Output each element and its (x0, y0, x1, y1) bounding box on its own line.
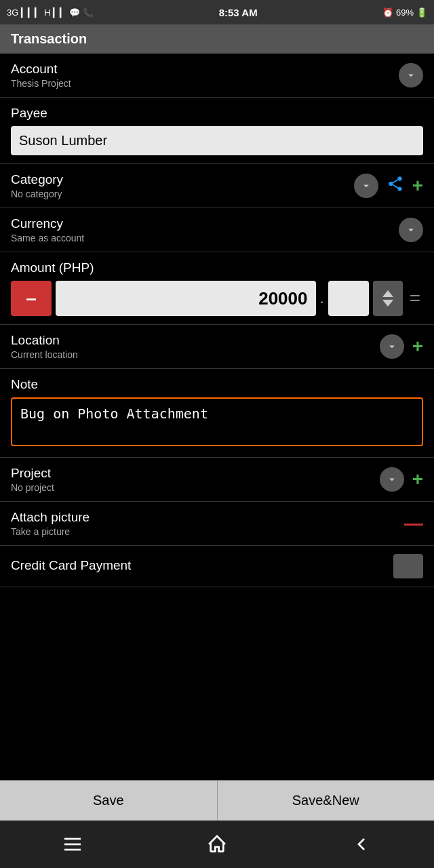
project-value: No project (11, 482, 380, 493)
status-right: ⏰ 69% 🔋 (382, 7, 427, 18)
decimal-dot: . (320, 290, 324, 307)
signal-3g: 3G (7, 7, 18, 18)
project-add-btn[interactable]: + (412, 470, 423, 489)
category-value: No category (11, 189, 354, 199)
account-dropdown-btn[interactable] (399, 63, 423, 87)
phone-icon: 📞 (83, 7, 94, 18)
payee-row: Payee (0, 98, 434, 164)
attach-picture-label: Attach picture (11, 510, 404, 525)
project-text: Project No project (11, 466, 380, 493)
decimal-input[interactable] (328, 281, 369, 316)
category-add-btn[interactable]: + (412, 176, 423, 195)
amount-spinner[interactable] (373, 281, 403, 316)
payee-label: Payee (11, 106, 423, 121)
location-label: Location (11, 333, 380, 348)
battery-level: 69% (396, 7, 414, 18)
save-button[interactable]: Save (0, 781, 218, 821)
spinner-down-icon (382, 300, 393, 307)
location-add-btn[interactable]: + (412, 337, 423, 356)
payee-input[interactable] (11, 126, 423, 155)
note-input[interactable] (11, 397, 423, 446)
category-actions: + (354, 174, 423, 198)
location-actions: + (380, 334, 423, 359)
nav-back-btn[interactable] (341, 827, 382, 861)
alarm-icon: ⏰ (382, 7, 393, 18)
spinner-up-icon (382, 290, 393, 297)
currency-label: Currency (11, 216, 399, 231)
location-row[interactable]: Location Current location + (0, 325, 434, 369)
messenger-icon: 💬 (69, 7, 80, 18)
currency-row[interactable]: Currency Same as account (0, 208, 434, 252)
signal-bars: ▎▎▎ (21, 7, 41, 18)
currency-value: Same as account (11, 233, 399, 243)
nav-home-btn[interactable] (197, 827, 237, 861)
location-text: Location Current location (11, 333, 380, 360)
project-label: Project (11, 466, 380, 481)
account-value: Thesis Project (11, 78, 399, 89)
note-row: Note (0, 369, 434, 458)
credit-card-text: Credit Card Payment (11, 558, 393, 574)
category-label: Category (11, 172, 354, 187)
amount-input[interactable] (56, 281, 316, 316)
minus-icon: – (26, 289, 37, 308)
account-label: Account (11, 62, 399, 77)
project-row[interactable]: Project No project + (0, 458, 434, 502)
time-display: 8:53 AM (219, 7, 258, 18)
amount-controls: – . = (11, 281, 423, 316)
attach-picture-remove-btn[interactable]: — (404, 514, 423, 533)
network-h: H ▎▎ (44, 7, 66, 18)
attach-picture-value: Take a picture (11, 526, 404, 537)
amount-label: Amount (PHP) (11, 260, 423, 275)
project-dropdown-btn[interactable] (380, 467, 404, 492)
bottom-buttons: Save Save&New (0, 780, 434, 821)
status-bar: 3G ▎▎▎ H ▎▎ 💬 📞 8:53 AM ⏰ 69% 🔋 (0, 0, 434, 24)
location-dropdown-btn[interactable] (380, 334, 404, 359)
attach-picture-text: Attach picture Take a picture (11, 510, 404, 537)
form-container: Account Thesis Project Payee Category No… (0, 54, 434, 780)
credit-card-row[interactable]: Credit Card Payment (0, 546, 434, 587)
attach-picture-row[interactable]: Attach picture Take a picture — (0, 502, 434, 546)
category-row[interactable]: Category No category + (0, 164, 434, 208)
nav-menu-btn[interactable] (52, 827, 93, 861)
category-share-icon[interactable] (387, 175, 404, 197)
category-text: Category No category (11, 172, 354, 199)
status-left: 3G ▎▎▎ H ▎▎ 💬 📞 (7, 7, 94, 18)
credit-card-label: Credit Card Payment (11, 558, 393, 573)
note-label: Note (11, 377, 423, 392)
save-new-button[interactable]: Save&New (218, 781, 435, 821)
amount-sign-btn[interactable]: – (11, 281, 52, 316)
equals-btn[interactable]: = (407, 288, 423, 309)
project-actions: + (380, 467, 423, 492)
credit-card-toggle[interactable] (393, 554, 423, 578)
account-text: Account Thesis Project (11, 62, 399, 89)
amount-section: Amount (PHP) – . = (0, 252, 434, 325)
account-row[interactable]: Account Thesis Project (0, 54, 434, 98)
currency-text: Currency Same as account (11, 216, 399, 243)
battery-icon: 🔋 (416, 7, 427, 18)
category-dropdown-btn[interactable] (354, 174, 378, 198)
page-title: Transaction (11, 31, 87, 46)
title-bar: Transaction (0, 24, 434, 54)
nav-bar (0, 821, 434, 868)
currency-dropdown-btn[interactable] (399, 218, 423, 242)
location-value: Current location (11, 349, 380, 360)
